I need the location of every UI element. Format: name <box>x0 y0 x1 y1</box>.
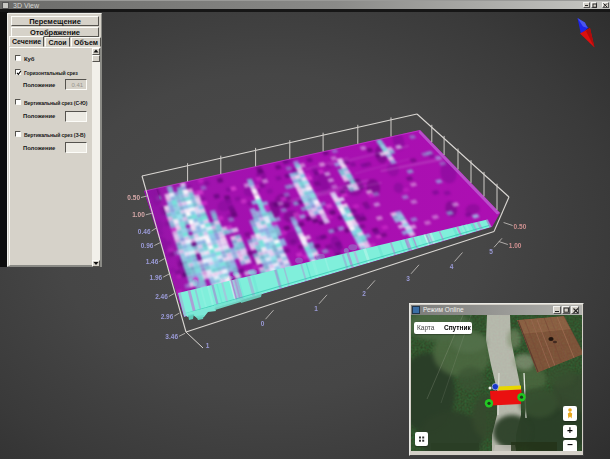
svg-text:0.50: 0.50 <box>514 223 527 230</box>
svg-text:0.96: 0.96 <box>141 242 154 249</box>
svg-text:3.46: 3.46 <box>165 333 178 340</box>
svg-text:1.00: 1.00 <box>132 211 145 218</box>
svg-text:2: 2 <box>362 290 366 297</box>
svg-text:1.46: 1.46 <box>146 258 159 265</box>
svg-text:0: 0 <box>261 320 265 327</box>
svg-text:1: 1 <box>206 342 210 349</box>
svg-text:0.50: 0.50 <box>127 194 140 201</box>
svg-text:1.00: 1.00 <box>509 242 522 249</box>
svg-text:4: 4 <box>450 263 454 270</box>
svg-text:0.46: 0.46 <box>138 228 151 235</box>
svg-text:1: 1 <box>314 305 318 312</box>
svg-text:1.96: 1.96 <box>150 274 163 281</box>
svg-text:5: 5 <box>489 248 493 255</box>
svg-text:2.96: 2.96 <box>161 313 174 320</box>
svg-text:2.46: 2.46 <box>155 293 168 300</box>
svg-text:3: 3 <box>406 275 410 282</box>
